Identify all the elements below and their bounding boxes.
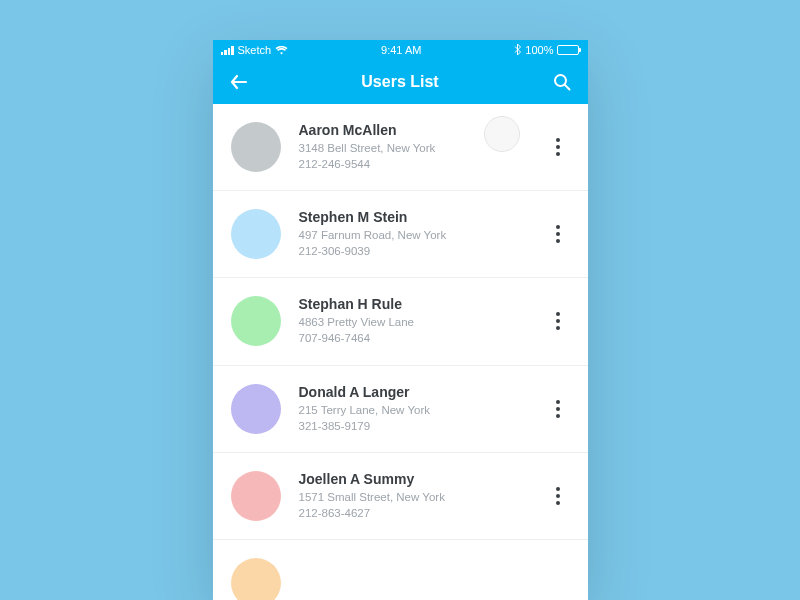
status-left: Sketch (221, 44, 289, 56)
avatar (231, 384, 281, 434)
list-item[interactable]: Donald A Langer 215 Terry Lane, New York… (213, 366, 588, 453)
user-phone: 212-863-4627 (299, 505, 546, 521)
user-address: 1571 Small Street, New York (299, 489, 546, 505)
status-bar: Sketch 9:41 AM 100% (213, 40, 588, 60)
list-item[interactable]: Stephen M Stein 497 Farnum Road, New Yor… (213, 191, 588, 278)
user-info: Joellen A Summy 1571 Small Street, New Y… (299, 471, 546, 521)
user-phone: 212-246-9544 (299, 156, 546, 172)
status-time: 9:41 AM (381, 44, 421, 56)
users-list: Aaron McAllen 3148 Bell Street, New York… (213, 104, 588, 600)
user-name: Donald A Langer (299, 384, 546, 400)
user-phone: 212-306-9039 (299, 243, 546, 259)
more-button[interactable] (546, 392, 570, 426)
avatar (231, 558, 281, 600)
user-address: 215 Terry Lane, New York (299, 402, 546, 418)
phone-frame: Sketch 9:41 AM 100% Users List Aaro (213, 40, 588, 600)
user-address: 497 Farnum Road, New York (299, 227, 546, 243)
more-button[interactable] (546, 217, 570, 251)
battery-label: 100% (525, 44, 553, 56)
avatar (231, 209, 281, 259)
more-button[interactable] (546, 479, 570, 513)
touch-ripple (484, 116, 520, 152)
user-info: Stephen M Stein 497 Farnum Road, New Yor… (299, 209, 546, 259)
user-address: 4863 Pretty View Lane (299, 314, 546, 330)
avatar (231, 471, 281, 521)
more-button[interactable] (546, 130, 570, 164)
list-item[interactable] (213, 540, 588, 600)
user-phone: 321-385-9179 (299, 418, 546, 434)
list-item[interactable]: Joellen A Summy 1571 Small Street, New Y… (213, 453, 588, 540)
bluetooth-icon (514, 44, 521, 57)
svg-line-1 (565, 85, 570, 90)
list-item[interactable]: Stephan H Rule 4863 Pretty View Lane 707… (213, 278, 588, 365)
page-title: Users List (361, 73, 438, 91)
avatar (231, 296, 281, 346)
signal-icon (221, 46, 234, 55)
back-button[interactable] (227, 70, 251, 94)
status-right: 100% (514, 44, 579, 57)
battery-icon (557, 45, 579, 55)
carrier-label: Sketch (238, 44, 272, 56)
list-item[interactable]: Aaron McAllen 3148 Bell Street, New York… (213, 104, 588, 191)
user-name: Stephan H Rule (299, 296, 546, 312)
user-info: Stephan H Rule 4863 Pretty View Lane 707… (299, 296, 546, 346)
user-name: Joellen A Summy (299, 471, 546, 487)
user-info: Donald A Langer 215 Terry Lane, New York… (299, 384, 546, 434)
search-button[interactable] (550, 70, 574, 94)
wifi-icon (275, 46, 288, 55)
more-button[interactable] (546, 304, 570, 338)
avatar (231, 122, 281, 172)
app-header: Users List (213, 60, 588, 104)
user-name: Stephen M Stein (299, 209, 546, 225)
user-phone: 707-946-7464 (299, 330, 546, 346)
search-icon (552, 72, 572, 92)
arrow-left-icon (229, 72, 249, 92)
